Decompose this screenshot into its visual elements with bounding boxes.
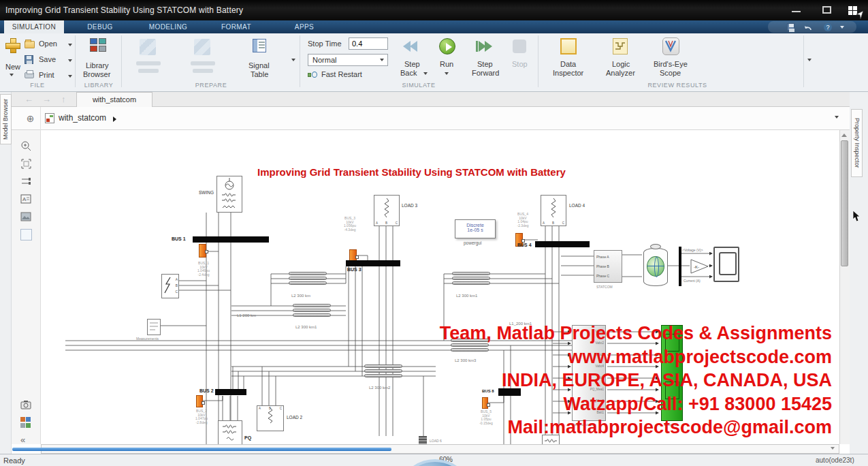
bus8-measure-block[interactable] — [482, 397, 488, 409]
gain-block[interactable]: -K- — [690, 259, 709, 277]
library-browser-icon[interactable] — [90, 38, 106, 52]
open-dropdown-icon[interactable] — [68, 44, 72, 46]
powergui-block[interactable]: Discrete 1e-05 s — [455, 219, 496, 238]
property-inspector-tab[interactable]: Property Inspector — [851, 109, 863, 177]
run-button[interactable]: Run — [440, 60, 453, 68]
prepare-expand-icon[interactable] — [291, 59, 295, 61]
annotation-icon[interactable]: A — [20, 193, 32, 205]
signal-routing-icon[interactable] — [20, 176, 32, 187]
breadcrumb[interactable]: with_statcom — [59, 113, 106, 123]
birds-eye-scope-button[interactable]: Bird's-Eye — [654, 60, 688, 68]
bus1-bar[interactable] — [193, 236, 269, 243]
save-icon[interactable] — [25, 55, 33, 64]
run-dropdown-icon[interactable] — [445, 72, 449, 75]
birds-eye-scope-icon[interactable] — [662, 37, 679, 55]
hscroll-right-icon[interactable] — [831, 447, 835, 450]
step-forward-button[interactable]: Step — [477, 60, 493, 68]
open-icon[interactable] — [25, 41, 35, 48]
bus2-measure-block[interactable] — [196, 395, 203, 407]
camera-icon[interactable] — [20, 399, 32, 411]
bus2-bar[interactable] — [215, 389, 246, 395]
step-forward-icon[interactable] — [475, 38, 493, 55]
bus3-bar[interactable] — [346, 260, 400, 266]
transmission-line-segment[interactable] — [289, 281, 327, 285]
stop-time-input[interactable] — [349, 37, 388, 50]
simulation-mode-dropdown[interactable]: Normal — [308, 54, 388, 66]
tab-format[interactable]: FORMAT — [214, 20, 258, 33]
save-button[interactable]: Save — [39, 55, 56, 63]
transmission-line-segment[interactable] — [289, 277, 327, 280]
undo-icon[interactable] — [803, 23, 813, 31]
qat-dropdown-icon[interactable] — [840, 26, 844, 29]
tab-debug[interactable]: DEBUG — [81, 20, 119, 33]
breadcrumb-dropdown-icon[interactable] — [835, 116, 839, 119]
fast-restart-checkbox[interactable]: Fast Restart — [321, 70, 362, 78]
quick-save-icon[interactable] — [787, 23, 794, 31]
load4-block[interactable]: A B C — [541, 195, 566, 226]
help-icon[interactable]: ? — [824, 23, 832, 31]
transmission-line-segment[interactable] — [364, 369, 402, 373]
library-browser-button[interactable]: Library — [86, 61, 109, 69]
transmission-line-segment[interactable] — [364, 374, 402, 377]
print-dropdown-icon[interactable] — [68, 75, 72, 78]
review-expand-icon[interactable] — [807, 59, 811, 61]
transmission-line-segment[interactable] — [364, 364, 402, 368]
signal-table-button[interactable]: Signal — [248, 61, 270, 69]
vertical-scrollbar-thumb[interactable] — [841, 140, 848, 266]
pq-generator-block[interactable] — [218, 420, 242, 444]
collapse-palette-icon[interactable]: « — [20, 435, 32, 446]
transmission-line-segment[interactable] — [293, 304, 331, 307]
data-inspector-icon[interactable] — [560, 38, 577, 55]
signal-table-icon[interactable] — [253, 39, 266, 52]
measurement-bus[interactable] — [679, 247, 681, 286]
scope-block[interactable] — [713, 247, 739, 282]
bus1-measure-block[interactable] — [199, 244, 206, 258]
step-back-button[interactable]: Step — [404, 60, 420, 68]
model-browser-tab[interactable]: Model Browser — [0, 94, 12, 144]
trans mission-line-segment[interactable] — [452, 277, 490, 280]
measurements-block[interactable] — [147, 319, 161, 335]
canvas-zoom-badge[interactable]: ⊕ — [20, 107, 41, 130]
image-icon[interactable] — [20, 211, 32, 223]
data-inspector-button[interactable]: Data — [560, 60, 576, 68]
transmission-line-segment[interactable] — [293, 309, 331, 312]
breadcrumb-expand-icon[interactable] — [113, 117, 116, 122]
new-model-icon[interactable] — [5, 37, 20, 52]
transmission-line-segment[interactable] — [289, 272, 327, 275]
zoom-in-icon[interactable] — [20, 140, 32, 152]
transmission-line-segment[interactable] — [452, 272, 490, 275]
mode-dropdown-icon[interactable] — [380, 59, 384, 61]
transmission-line-segment[interactable] — [452, 281, 490, 285]
run-icon[interactable] — [439, 38, 455, 55]
bus4-bar[interactable] — [535, 241, 590, 247]
signal-table-button-line2[interactable]: Table — [251, 70, 268, 78]
maximize-icon[interactable] — [822, 6, 831, 14]
palette-grid-icon[interactable] — [20, 417, 32, 429]
transmission-line-segment[interactable] — [451, 348, 489, 352]
data-inspector-button-line2[interactable]: Inspector — [553, 69, 583, 77]
step-back-button-line2[interactable]: Back — [400, 69, 417, 77]
print-button[interactable]: Print — [39, 71, 54, 79]
tab-apps[interactable]: APPS — [288, 20, 321, 33]
vscroll-up-icon[interactable] — [841, 134, 847, 137]
fast-restart-icon[interactable] — [308, 72, 317, 78]
statcom-block[interactable]: Phase A Phase B Phase C — [594, 250, 622, 283]
model-tab[interactable]: with_statcom — [76, 92, 152, 107]
step-forward-button-line2[interactable]: Forward — [472, 69, 499, 77]
load3-block[interactable]: A B C — [374, 195, 400, 226]
new-button[interactable]: New — [5, 63, 20, 71]
new-dropdown-icon[interactable] — [10, 74, 14, 76]
horizontal-scrollbar-thumb[interactable] — [12, 448, 391, 451]
minimize-icon[interactable] — [792, 11, 801, 12]
tab-simulation[interactable]: SIMULATION — [4, 20, 64, 33]
logic-analyzer-icon[interactable] — [613, 38, 628, 55]
print-icon[interactable] — [25, 72, 34, 78]
step-back-dropdown-icon[interactable] — [423, 72, 428, 75]
back-icon[interactable]: ← — [25, 94, 33, 104]
load2-block[interactable]: A B C — [257, 405, 284, 431]
birds-eye-scope-button-line2[interactable]: Scope — [660, 69, 681, 77]
logic-analyzer-button[interactable]: Logic — [612, 60, 630, 68]
area-box-icon[interactable] — [20, 229, 32, 240]
library-browser-button-line2[interactable]: Browser — [83, 70, 110, 78]
open-button[interactable]: Open — [39, 40, 57, 48]
